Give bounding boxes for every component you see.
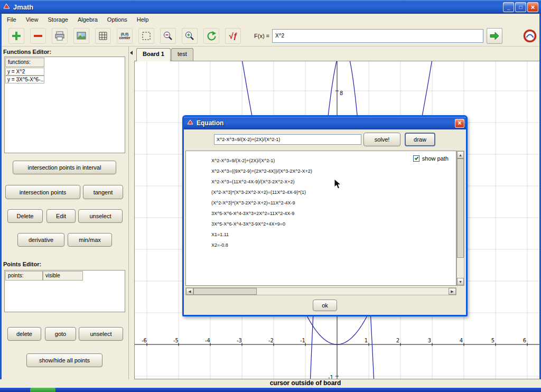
remove-function-button[interactable] [30,28,46,44]
scroll-down-icon[interactable]: ▼ [457,278,464,285]
titlebar[interactable]: Jmath _ □ × [0,0,541,14]
zoom-out-button[interactable] [160,28,176,44]
equation-dialog-titlebar[interactable]: Equation × [184,117,466,129]
menu-options[interactable]: Options [102,15,132,24]
redraw-button[interactable] [203,28,219,44]
menu-file[interactable]: File [2,15,21,24]
jmath-window: Jmath _ □ × FileViewStorageAlgebraOption… [0,0,541,392]
side-panel: Functions Editor: functions: y = X^2y = … [0,46,129,379]
min-max-button[interactable]: min/max [68,233,112,247]
functions-list[interactable]: functions: y = X^2y = 3X^5-X^6-... [4,57,125,153]
board-tabs: Board 1 test [136,48,194,61]
checkbox-icon [413,155,419,162]
equation-step: X1=1.11 [211,232,456,242]
taskbar [0,388,541,392]
solve-button[interactable]: solve! [363,133,400,146]
jmath-logo-icon[interactable] [523,29,537,43]
equation-step: X2=-0.8 [211,242,456,253]
scroll-up-icon[interactable]: ▲ [457,151,464,158]
image-icon [76,30,87,42]
points-column-header: points: [5,271,43,281]
zoom-in-button[interactable] [182,28,198,44]
snapshot-button[interactable] [73,28,89,44]
svg-text:1: 1 [365,338,368,343]
dialog-close-button[interactable]: × [455,119,464,128]
window-title: Jmath [13,3,502,11]
intersection-points-button[interactable]: intersection points [5,185,80,199]
close-icon: × [531,3,535,11]
menu-algebra[interactable]: Algebra [73,15,102,24]
center-origin-button[interactable]: (0,0)center [117,28,133,44]
delete-function-button[interactable]: Delete [7,209,43,223]
tab-board-1[interactable]: Board 1 [136,48,171,61]
goto-point-button[interactable]: goto [45,327,76,341]
points-list[interactable]: points: visible [4,270,125,312]
show-path-checkbox[interactable]: show path [413,155,449,162]
unselect-point-button[interactable]: unselect [79,327,123,341]
minus-icon [32,30,44,42]
menu-bar: FileViewStorageAlgebraOptionsHelp [0,14,541,25]
draw-function-button[interactable]: √ƒ [225,28,241,44]
unselect-function-button[interactable]: unselect [78,209,123,223]
dialog-logo-icon [186,118,194,128]
functions-list-rows: y = X^2y = 3X^5-X^6-... [5,68,44,83]
tab-test[interactable]: test [171,48,193,61]
svg-text:-5: -5 [173,338,179,343]
tangent-button[interactable]: tangent [83,185,123,199]
ok-button[interactable]: ok [313,300,337,311]
intersection-points-interval-button[interactable]: intersection points in interval [13,161,116,174]
svg-text:-2: -2 [268,338,274,343]
svg-text:-4: -4 [205,338,210,343]
vertical-scrollbar[interactable]: ▲ ▼ [456,151,464,286]
print-button[interactable] [52,28,68,44]
plus-icon [11,30,22,42]
equation-step: 3X^5-X^6-X^4-3X^3-9X^2+4X+9=0 [211,221,456,232]
edit-function-button[interactable]: Edit [46,209,76,223]
menu-help[interactable]: Help [132,15,154,24]
toggle-grid-button[interactable] [95,28,111,44]
draw-button[interactable]: draw [405,133,435,146]
function-row[interactable]: y = X^2 [5,68,44,76]
show-path-label: show path [422,155,449,162]
scroll-left-icon[interactable]: ◀ [186,288,193,295]
svg-text:5: 5 [491,338,495,343]
equation-input[interactable] [214,134,361,145]
add-function-button[interactable] [8,28,24,44]
selection-region-icon [141,30,152,42]
derivative-button[interactable]: derivative [17,233,64,247]
functions-editor-title: Functions Editor: [3,49,51,55]
sqrt-f-icon: √ƒ [229,31,238,40]
menu-view[interactable]: View [21,15,43,24]
dialog-title: Equation [197,119,455,127]
minimize-icon: _ [507,4,510,10]
fx-input[interactable] [272,29,483,43]
toolbar: (0,0)center √ƒ F(x) = [0,25,541,46]
equation-steps: X^2-X^3=9/(X-2)+(2X)/(X^2-1)X^2-X^3=((9X… [186,151,456,253]
minimize-button[interactable]: _ [503,2,514,12]
magnifier-minus-icon [162,30,174,42]
vertical-scrollbar-thumb[interactable] [457,158,464,258]
horizontal-scrollbar-thumb[interactable] [193,288,257,295]
fx-label: F(x) = [254,33,269,39]
maximize-button[interactable]: □ [515,2,526,12]
equation-step: 3X^5-X^6-X^4-3X^3+2X^2=11X^2-4X-9 [211,211,456,221]
apply-function-button[interactable] [487,28,502,44]
zoom-region-button[interactable] [138,28,154,44]
magnifier-plus-icon [184,30,195,42]
close-icon: × [458,119,461,127]
recycle-icon [206,30,217,42]
window-border-left [0,0,2,388]
delete-point-button[interactable]: delete [7,327,41,341]
panel-collapse-icon[interactable] [130,51,133,55]
menu-storage[interactable]: Storage [43,15,73,24]
svg-text:-1: -1 [300,338,305,343]
functions-column-header: functions: [5,58,44,67]
scroll-right-icon[interactable]: ▶ [449,288,456,295]
show-hide-all-points-button[interactable]: show/hide all points [26,353,102,367]
close-button[interactable]: × [527,2,538,12]
green-arrow-icon [489,30,500,42]
horizontal-scrollbar[interactable]: ◀ ▶ [185,287,456,295]
equation-dialog: Equation × solve! draw X^2-X^3=9/(X-2)+(… [182,115,468,316]
svg-text:2: 2 [396,338,399,343]
function-row[interactable]: y = 3X^5-X^6-... [5,76,44,83]
